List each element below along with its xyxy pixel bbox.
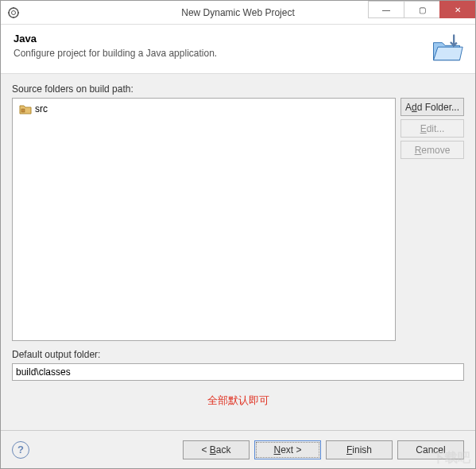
svg-point-0 xyxy=(9,8,18,17)
side-buttons: Add Folder... Edit... Remove xyxy=(401,98,464,159)
help-icon[interactable]: ? xyxy=(12,441,29,459)
next-button[interactable]: Next > xyxy=(254,440,321,459)
minimize-button[interactable]: — xyxy=(368,1,404,18)
footer-buttons: < Back Next > Finish Cancel xyxy=(183,440,464,459)
app-icon xyxy=(7,6,20,19)
list-item-label: src xyxy=(35,103,48,114)
folder-banner-icon xyxy=(429,31,464,66)
svg-rect-2 xyxy=(21,109,25,112)
edit-button: Edit... xyxy=(401,119,464,138)
wizard-content: Source folders on build path: src Add Fo… xyxy=(1,74,475,417)
cancel-button[interactable]: Cancel xyxy=(397,440,464,459)
list-item[interactable]: src xyxy=(16,102,392,116)
annotation-text: 全部默认即可 xyxy=(12,393,464,408)
add-folder-button[interactable]: Add Folder... xyxy=(401,98,464,116)
source-folders-label: Source folders on build path: xyxy=(12,83,464,95)
titlebar: New Dynamic Web Project — ▢ ✕ xyxy=(1,1,475,25)
output-section: Default output folder: xyxy=(12,349,464,381)
source-folders-list[interactable]: src xyxy=(12,98,396,341)
window-controls: — ▢ ✕ xyxy=(368,1,475,20)
output-folder-input[interactable] xyxy=(12,363,464,381)
wizard-header: Java Configure project for building a Ja… xyxy=(1,25,475,74)
back-button[interactable]: < Back xyxy=(183,440,250,459)
page-description: Configure project for building a Java ap… xyxy=(14,48,462,59)
maximize-button[interactable]: ▢ xyxy=(404,1,439,18)
finish-button[interactable]: Finish xyxy=(326,440,393,459)
package-folder-icon xyxy=(19,103,32,114)
svg-point-1 xyxy=(12,10,16,14)
remove-button: Remove xyxy=(401,141,464,159)
wizard-footer: ? < Back Next > Finish Cancel xyxy=(1,430,475,468)
close-button[interactable]: ✕ xyxy=(439,1,475,18)
page-title: Java xyxy=(14,33,462,45)
output-folder-label: Default output folder: xyxy=(12,349,464,360)
